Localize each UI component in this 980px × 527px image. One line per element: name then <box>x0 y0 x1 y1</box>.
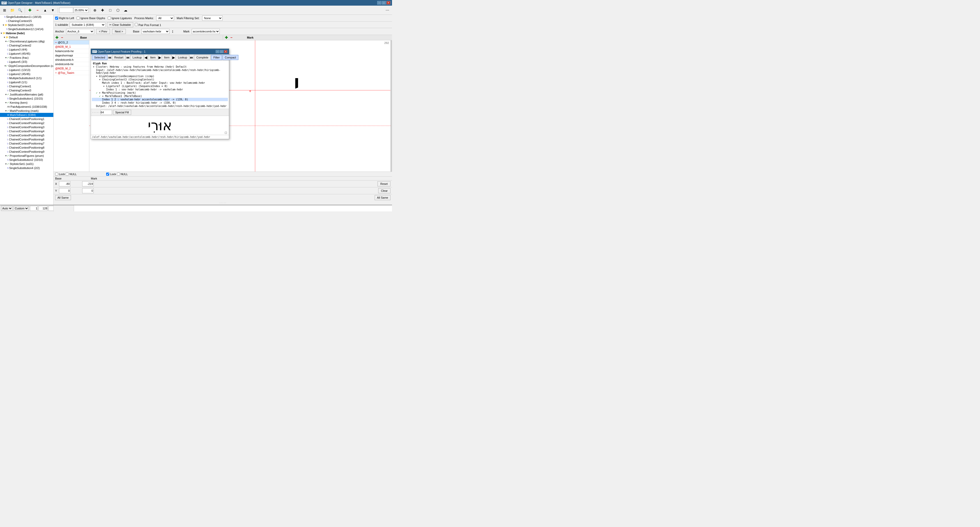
tree-item[interactable]: L ChainingContext15 <box>0 19 53 23</box>
expand-icon[interactable]: ▾ <box>5 110 7 112</box>
close-btn[interactable]: ✕ <box>387 1 390 5</box>
toolbar-btn-remove[interactable]: − <box>34 6 41 14</box>
expand-icon[interactable]: ▾ <box>5 101 7 104</box>
tree-item-stylistic20[interactable]: ▾ 📁 StylisticSet20 (ss20) <box>0 23 53 27</box>
tree-item[interactable]: L ChainedContextPositioning4 <box>0 129 53 133</box>
anchor-select[interactable]: Anchor_6 <box>66 29 94 34</box>
tree-item[interactable]: L ChainedContextPositioning9 <box>0 150 53 154</box>
mark-add-btn[interactable]: ✚ <box>224 35 229 40</box>
proof-lookup-left-btn[interactable]: Lookup <box>130 55 144 60</box>
tree-item[interactable]: L ChainedContextPositioning3 <box>0 125 53 129</box>
x-mark-input[interactable]: -219 <box>82 181 94 186</box>
tree-item[interactable]: L ChainedContextPositioning8 <box>0 145 53 150</box>
tree-item[interactable]: L Ligature3 (4/4) <box>0 48 53 52</box>
mark-filtering-select[interactable]: None <box>202 16 223 21</box>
proof-cluster[interactable]: ▾ Cluster: Hebrew - using features from … <box>92 65 228 68</box>
tree-item[interactable]: L ChainingContext2 <box>0 43 53 48</box>
proof-item-left-btn[interactable]: Item <box>148 55 158 60</box>
toolbar-btn-target[interactable]: ⊕ <box>91 6 99 14</box>
tree-item[interactable]: AV PairAdjustment1 (1038/1038) <box>0 105 53 109</box>
restore-btn[interactable]: □ <box>382 1 386 5</box>
expand-icon[interactable]: ▾ <box>0 32 3 35</box>
right-to-left-label[interactable]: Right to Left <box>55 17 74 20</box>
zoom-dropdown[interactable]: 25.00%50%100% <box>73 8 89 13</box>
tree-item-frac[interactable]: ▾ ✓ Fractions (frac) <box>0 56 53 60</box>
expand-icon[interactable]: ▾ <box>5 40 7 43</box>
tree-item[interactable]: S SingleSubstitution1 (15/15) <box>0 97 53 100</box>
mark-remove-btn[interactable]: − <box>230 35 233 40</box>
proof-selected-btn[interactable]: Selected <box>92 55 107 60</box>
proof-next-item-icon[interactable]: ▶ <box>159 56 161 59</box>
tree-item-kern[interactable]: ▾ ✓ Kerning (kern) <box>0 100 53 105</box>
tree-item[interactable]: L Ligature8 (1/1) <box>0 80 53 84</box>
ignore-lig-label[interactable]: Ignore Ligatures <box>108 17 132 20</box>
toolbar-btn-up[interactable]: ▲ <box>41 6 49 14</box>
toolbar-btn-down[interactable]: ▼ <box>49 6 56 14</box>
null-base-checkbox[interactable] <box>65 173 68 176</box>
next-btn[interactable]: Next > <box>112 29 126 34</box>
proof-index1[interactable]: Index 1 : vav-hebr holamcomb-hebr -> vav… <box>92 88 228 91</box>
expand-icon[interactable]: ▾ <box>5 154 7 157</box>
expand-icon[interactable]: ▾ <box>3 36 6 38</box>
base-row[interactable]: − @Top_Taaim <box>54 71 89 75</box>
toolbar-btn-add[interactable]: ✚ <box>26 6 33 14</box>
proof-ccmp[interactable]: ▾ GlyphCompositionDecomposition (ccmp) <box>92 75 228 78</box>
proof-index12[interactable]: Index 1 2 : vavholam-hebr accentolecomb-… <box>92 98 228 101</box>
proof-output[interactable]: Output: /alef-hebr/vavholam-hebr/accento… <box>92 104 228 108</box>
tree-item-default[interactable]: ▾ 📁 Default <box>0 35 53 39</box>
tree-item-jalt[interactable]: ▾ ✓ JustificationAlternates (jalt) <box>0 92 53 97</box>
toolbar-btn-square[interactable]: □ <box>107 6 114 14</box>
num2-input[interactable]: 128 <box>38 206 48 211</box>
toolbar-btn-right-end[interactable]: ⋯ <box>384 6 391 14</box>
ignore-base-label[interactable]: Ignore Base Glyphs <box>76 17 105 20</box>
toolbar-btn-search[interactable]: 🔍 <box>16 6 24 14</box>
proof-compact-btn[interactable]: Compact <box>223 55 239 60</box>
clear-subtable-btn[interactable]: ✂ Clear Subtable <box>107 22 133 27</box>
toolbar-btn-folder[interactable]: 📁 <box>9 6 16 14</box>
tree-item[interactable]: L Ligature2 (45/45) <box>0 72 53 76</box>
auto-select[interactable]: Auto <box>1 206 13 211</box>
all-same-base-btn[interactable]: All Same <box>55 195 71 200</box>
toolbar-btn-grid[interactable]: ⊞ <box>1 6 8 14</box>
minimize-btn[interactable]: ─ <box>377 1 381 5</box>
proof-fill-input[interactable]: 64 <box>100 110 112 115</box>
proof-glyph-run[interactable]: Glyph Run <box>92 62 228 65</box>
proof-restore-btn[interactable]: □ <box>220 50 223 53</box>
base-row[interactable]: shindotcomb-h <box>54 58 89 62</box>
proof-complete-btn[interactable]: Complete <box>194 55 210 60</box>
tree-item[interactable]: S SingleSubstitution12 (14/14) <box>0 27 53 31</box>
toolbar-btn-pentagon[interactable]: ⬠ <box>115 6 121 14</box>
null-mark-checkbox[interactable] <box>117 173 120 176</box>
proof-item-right-btn[interactable]: Item <box>162 55 172 60</box>
pair-pos-label[interactable]: Pair Pos Format 1 <box>135 23 161 27</box>
proof-prev-item-icon[interactable]: ◀ <box>145 56 147 59</box>
proof-filter-btn[interactable]: Filter <box>211 55 222 60</box>
tree-item[interactable]: L Ligature5 (3/3) <box>0 60 53 64</box>
tree-item[interactable]: S SingleSubstitution4 (2/2) <box>0 166 53 170</box>
ignore-base-checkbox[interactable] <box>76 17 80 20</box>
text-input[interactable]: אורי <box>48 206 54 211</box>
custom-select[interactable]: Custom <box>14 206 29 211</box>
tree-item[interactable]: L ChainedContextPositioning6 <box>0 137 53 142</box>
mark-glyph-select[interactable]: accentolecomb-hebr <box>192 29 220 34</box>
proof-next-lookup-icon[interactable]: ▶ <box>172 56 175 59</box>
tree-item-ss01[interactable]: ▾ ✓ StylisticSet1 (ss01) <box>0 162 53 166</box>
tree-item-marktobase1[interactable]: ⊕ MarkToBase1 (6384) <box>0 113 53 117</box>
expand-icon[interactable]: ▾ <box>5 56 7 59</box>
proof-restart-btn[interactable]: Restart <box>112 55 126 60</box>
proof-close-btn[interactable]: ✕ <box>224 50 228 53</box>
proof-forward-icon[interactable]: ⏭ <box>190 56 193 59</box>
lock-base-checkbox[interactable] <box>55 173 58 176</box>
base-refresh-icon[interactable]: ↕ <box>172 29 173 34</box>
proof-minimize-btn[interactable]: ─ <box>216 50 219 53</box>
proof-index34[interactable]: Index 3 4 : resh-hebr hiriqcomb-hebr -> … <box>92 101 228 104</box>
clear-btn[interactable]: Clear <box>378 188 390 193</box>
y-mark-input[interactable]: 0 <box>82 188 94 193</box>
expand-icon[interactable]: ▾ <box>5 93 7 96</box>
pair-pos-checkbox[interactable] <box>135 23 138 26</box>
tree-item[interactable]: L ChainingContext1 <box>0 84 53 88</box>
lock-mark-checkbox[interactable] <box>106 173 109 176</box>
proof-prev-lookup-icon[interactable]: ⏮ <box>126 56 130 59</box>
tree-item-dlig[interactable]: ▾ ✓ DiscretionaryLigatures (dlig) <box>0 39 53 43</box>
base-row[interactable]: − @CG_2 <box>54 40 89 45</box>
